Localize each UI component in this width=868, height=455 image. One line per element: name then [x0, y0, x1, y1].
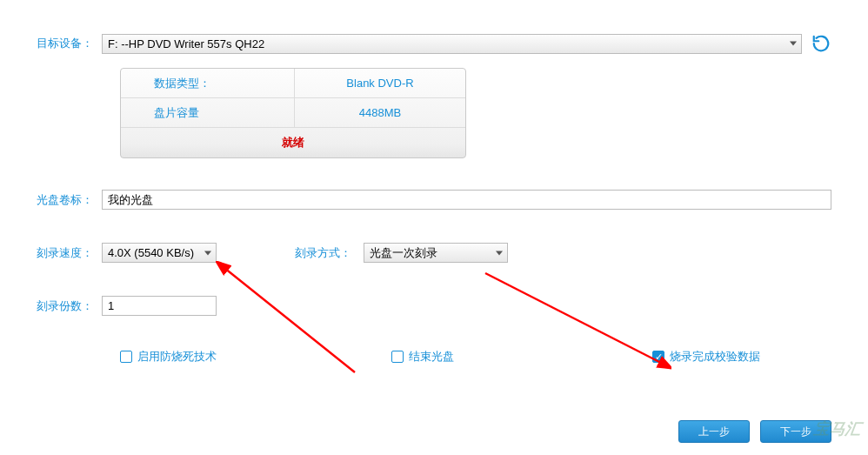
burn-speed-select[interactable]: 4.0X (5540 KB/s) [102, 243, 217, 263]
burn-speed-label: 刻录速度： [37, 245, 102, 261]
refresh-icon[interactable] [811, 33, 831, 54]
data-type-label: 数据类型： [121, 69, 295, 97]
target-device-select[interactable]: F: --HP DVD Writer 557s QH22 [102, 34, 802, 54]
next-button[interactable]: 下一步 [760, 420, 831, 443]
burnproof-label: 启用防烧死技术 [137, 349, 217, 365]
target-device-label: 目标设备： [37, 36, 102, 51]
disc-label-input[interactable] [102, 190, 831, 210]
finalize-label: 结束光盘 [409, 349, 454, 365]
copies-label: 刻录份数： [37, 298, 102, 314]
burnproof-checkbox[interactable] [120, 351, 132, 363]
disc-status: 就绪 [121, 128, 465, 157]
finalize-checkbox[interactable] [391, 351, 404, 363]
verify-checkbox[interactable] [652, 351, 664, 363]
capacity-label: 盘片容量 [121, 98, 295, 127]
disc-info-card: 数据类型： Blank DVD-R 盘片容量 4488MB 就绪 [120, 68, 466, 158]
prev-button[interactable]: 上一步 [678, 420, 750, 443]
capacity-value: 4488MB [295, 106, 465, 119]
copies-input[interactable] [102, 296, 217, 316]
disc-label-label: 光盘卷标： [37, 192, 102, 208]
data-type-value: Blank DVD-R [295, 77, 465, 90]
verify-label: 烧录完成校验数据 [670, 349, 760, 365]
burn-mode-label: 刻录方式： [295, 245, 351, 261]
burn-mode-select[interactable]: 光盘一次刻录 [364, 243, 508, 263]
